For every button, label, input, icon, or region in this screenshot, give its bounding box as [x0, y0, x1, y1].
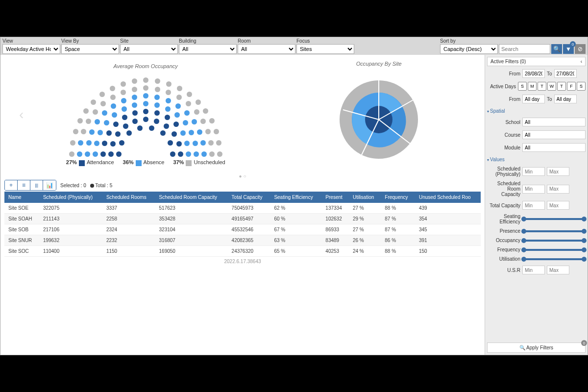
table-cell: 110400: [39, 246, 102, 257]
table-toolbar: + ≡ ⫼ 📊 Selected : 0 Total : 5: [4, 179, 481, 192]
table-row[interactable]: Site SOE32207533375176237504597362 %1373…: [4, 203, 481, 214]
sortby-label: Sort by: [440, 38, 498, 44]
focus-select[interactable]: Sites: [296, 44, 354, 54]
table-cell: Site SOAH: [4, 214, 39, 224]
view-select[interactable]: Weekday Active Hours: [2, 44, 60, 54]
column-view-button[interactable]: ⫼: [30, 180, 43, 190]
active-filters-header[interactable]: Active Filters (0) ‹: [487, 57, 586, 66]
table-cell: 199632: [39, 235, 102, 246]
barchart-icon: 📊: [46, 182, 53, 189]
table-header[interactable]: Frequency: [381, 192, 415, 203]
frequency-slider[interactable]: [522, 249, 586, 251]
search-icon: 🔍: [553, 46, 561, 52]
occupancy-slider[interactable]: [522, 240, 586, 242]
search-button[interactable]: 🔍: [551, 44, 562, 54]
hemicycle-legend: 27%Attendance 36%Absence 37%Unscheduled: [14, 159, 277, 166]
module-input[interactable]: [522, 143, 586, 152]
app-window: View Weekday Active Hours View By Space …: [0, 37, 588, 355]
day-toggle[interactable]: T: [538, 82, 546, 91]
school-input[interactable]: [522, 118, 586, 126]
site-select[interactable]: All: [120, 44, 178, 54]
table-header[interactable]: Scheduled (Physically): [39, 192, 102, 203]
table-header[interactable]: Name: [4, 192, 39, 203]
table-cell: 345: [415, 224, 481, 235]
table-header[interactable]: Utilisation: [349, 192, 381, 203]
legend-unscheduled-swatch: [186, 160, 192, 166]
sched-cap-label: Scheduled Room Capacity: [487, 181, 520, 197]
apply-filters-button[interactable]: 🔍 Apply Filters 0: [487, 343, 586, 353]
frequency-label: Frequency: [487, 247, 520, 252]
table-cell: 24376320: [228, 246, 270, 257]
cancel-icon: ⊘: [578, 46, 583, 52]
table-cell: 63 %: [270, 235, 321, 246]
date-to-input[interactable]: [554, 69, 577, 78]
occupancy-label: Occupancy: [487, 238, 520, 243]
course-input[interactable]: [522, 130, 586, 139]
legend-unscheduled-label: Unscheduled: [194, 159, 225, 165]
table-cell: 391: [415, 235, 481, 246]
chart-view-button[interactable]: 📊: [43, 180, 56, 190]
table-cell: 27 %: [349, 203, 381, 214]
legend-absence-label: Absence: [144, 159, 165, 165]
table-row[interactable]: Site SOAH21114322583534284916549760 %102…: [4, 214, 481, 224]
module-label: Module: [487, 145, 520, 150]
sched-cap-max[interactable]: [547, 185, 569, 194]
time-to-input[interactable]: [554, 95, 577, 103]
table-cell: 353428: [155, 214, 228, 224]
table-cell: 88 %: [381, 203, 415, 214]
carousel-dots[interactable]: ● ○: [4, 173, 481, 179]
time-from-input[interactable]: [522, 95, 545, 103]
search-icon: 🔍: [519, 345, 525, 350]
day-toggle[interactable]: T: [557, 82, 566, 91]
donut-title: Occupancy By Site: [287, 61, 471, 67]
spatial-section-header[interactable]: Spatial: [487, 108, 586, 114]
time-from-label: From: [487, 97, 520, 102]
table-header[interactable]: Total Capacity: [228, 192, 270, 203]
usr-max[interactable]: [547, 266, 569, 274]
prev-chevron-icon[interactable]: ‹: [19, 107, 24, 122]
values-section-header[interactable]: Values: [487, 157, 586, 162]
table-cell: 29 %: [349, 214, 381, 224]
sched-cap-min[interactable]: [522, 185, 545, 194]
sched-phys-min[interactable]: [522, 167, 545, 176]
date-from-input[interactable]: [522, 69, 545, 78]
viewby-select[interactable]: Space: [61, 44, 119, 54]
table-header[interactable]: Unused Scheduled Roo: [415, 192, 481, 203]
presence-slider[interactable]: [522, 230, 586, 232]
sched-phys-max[interactable]: [547, 167, 569, 176]
usr-min[interactable]: [522, 266, 545, 274]
day-toggle[interactable]: S: [577, 82, 586, 91]
selection-summary: Selected : 0 Total : 5: [60, 183, 112, 188]
site-label: Site: [120, 38, 178, 44]
table-header[interactable]: Present: [321, 192, 349, 203]
table-row[interactable]: Site SNUR19963222323168074208236563 %834…: [4, 235, 481, 246]
reset-button[interactable]: ⊘: [575, 44, 586, 54]
total-cap-max[interactable]: [547, 201, 569, 210]
building-select[interactable]: All: [179, 44, 237, 54]
day-toggle[interactable]: M: [528, 82, 537, 91]
seating-slider[interactable]: [522, 218, 586, 220]
table-cell: 2324: [102, 224, 155, 235]
sortby-select[interactable]: Capacity (Desc): [440, 44, 498, 54]
active-days-label: Active Days: [487, 84, 516, 89]
day-toggle[interactable]: S: [518, 82, 527, 91]
table-cell: 169050: [155, 246, 228, 257]
table-cell: 3337: [102, 203, 155, 214]
list-view-button[interactable]: ≡: [18, 180, 30, 190]
day-toggle[interactable]: W: [547, 82, 556, 91]
table-header[interactable]: Scheduled Room Capacity: [155, 192, 228, 203]
total-cap-min[interactable]: [522, 201, 545, 210]
table-cell: 49165497: [228, 214, 270, 224]
room-select[interactable]: All: [238, 44, 295, 54]
table-header[interactable]: Seating Efficiency: [270, 192, 321, 203]
seating-label: Seating Efficiency: [487, 214, 520, 224]
table-header[interactable]: Scheduled Rooms: [102, 192, 155, 203]
day-toggle[interactable]: F: [567, 82, 576, 91]
utilisation-slider[interactable]: [522, 258, 586, 260]
version-text: 2022.6.17.38643: [4, 257, 481, 266]
table-row[interactable]: Site SOC11040011501690502437632065 %4025…: [4, 246, 481, 257]
add-button[interactable]: +: [5, 180, 18, 190]
table-row[interactable]: Site SOB21710623243231044553254667 %8693…: [4, 224, 481, 235]
search-input[interactable]: [499, 44, 550, 54]
table-cell: 354: [415, 214, 481, 224]
